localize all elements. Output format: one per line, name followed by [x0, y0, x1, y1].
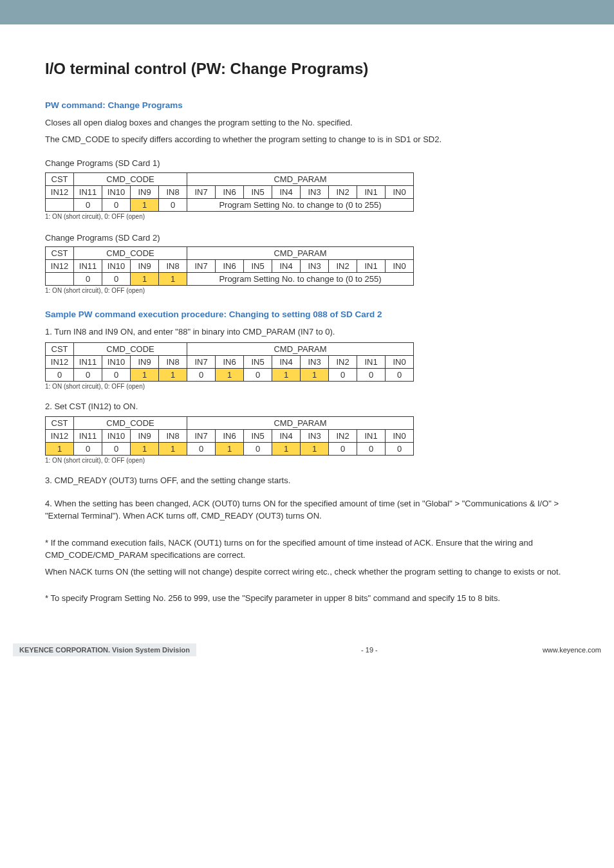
- col-cmd-param: CMD_PARAM: [187, 172, 414, 185]
- cell: IN1: [357, 430, 386, 443]
- page-title: I/O terminal control (PW: Change Program…: [45, 60, 569, 78]
- table-note: 1: ON (short circuit), 0: OFF (open): [45, 383, 569, 390]
- cell: [46, 198, 74, 211]
- cell: 1: [216, 443, 244, 456]
- cell: 0: [102, 273, 131, 286]
- cell: [46, 273, 74, 286]
- cell: IN8: [159, 260, 187, 273]
- cell: IN12: [46, 355, 74, 368]
- step-text: When NACK turns ON (the setting will not…: [45, 566, 569, 578]
- page-number: - 19 -: [361, 646, 378, 654]
- cell: 0: [357, 443, 386, 456]
- col-cst: CST: [46, 417, 74, 430]
- paragraph: The CMD_CODE to specify differs accordin…: [45, 133, 569, 146]
- cell: IN5: [244, 430, 272, 443]
- cell: IN4: [272, 430, 301, 443]
- table-sd-card-1: CST CMD_CODE CMD_PARAM IN12 IN11 IN10 IN…: [45, 172, 414, 212]
- col-cst: CST: [46, 342, 74, 355]
- table-sd-card-2: CST CMD_CODE CMD_PARAM IN12 IN11 IN10 IN…: [45, 246, 414, 286]
- cell: 1: [301, 443, 329, 456]
- footer-company: KEYENCE CORPORATION. Vision System Divis…: [13, 643, 196, 656]
- cell: IN0: [386, 430, 414, 443]
- cell: IN10: [102, 260, 131, 273]
- cell: IN2: [329, 355, 357, 368]
- cell: IN11: [74, 260, 102, 273]
- cell: IN2: [329, 185, 357, 198]
- cell: 0: [74, 368, 102, 381]
- cell: IN7: [187, 260, 216, 273]
- top-banner: [0, 0, 614, 24]
- cell: 1: [159, 368, 187, 381]
- step-text: 2. Set CST (IN12) to ON.: [45, 400, 569, 413]
- cell: IN11: [74, 185, 102, 198]
- cell: 0: [244, 368, 272, 381]
- cell: IN10: [102, 355, 131, 368]
- table-step2: CST CMD_CODE CMD_PARAM IN12 IN11 IN10 IN…: [45, 416, 414, 456]
- cell: IN0: [386, 355, 414, 368]
- cell: IN4: [272, 260, 301, 273]
- step-text: 4. When the setting has been changed, AC…: [45, 497, 569, 522]
- cell: 0: [386, 368, 414, 381]
- cell: 0: [329, 368, 357, 381]
- cell: 0: [357, 368, 386, 381]
- cell: IN7: [187, 430, 216, 443]
- cell: IN6: [216, 355, 244, 368]
- col-cst: CST: [46, 247, 74, 260]
- cell: IN3: [301, 185, 329, 198]
- cell: 1: [159, 443, 187, 456]
- cell: 1: [272, 443, 301, 456]
- cell: Program Setting No. to change to (0 to 2…: [187, 273, 414, 286]
- col-cmd-param: CMD_PARAM: [187, 417, 414, 430]
- col-cmd-code: CMD_CODE: [74, 172, 187, 185]
- cell: 1: [272, 368, 301, 381]
- footer-url: www.keyence.com: [543, 646, 601, 654]
- cell: IN5: [244, 355, 272, 368]
- table-caption: Change Programs (SD Card 1): [45, 157, 569, 170]
- cell: 0: [74, 273, 102, 286]
- cell: IN7: [187, 355, 216, 368]
- table-caption: Change Programs (SD Card 2): [45, 232, 569, 245]
- table-note: 1: ON (short circuit), 0: OFF (open): [45, 213, 569, 220]
- cell: 0: [102, 198, 131, 211]
- cell: IN1: [357, 260, 386, 273]
- cell: 1: [131, 273, 159, 286]
- col-cst: CST: [46, 172, 74, 185]
- cell: 0: [329, 443, 357, 456]
- cell: IN0: [386, 260, 414, 273]
- step-text: 3. CMD_READY (OUT3) turns OFF, and the s…: [45, 474, 569, 487]
- cell: IN8: [159, 185, 187, 198]
- step-text: * To specify Program Setting No. 256 to …: [45, 592, 569, 605]
- cell: 0: [244, 443, 272, 456]
- cell: IN12: [46, 430, 74, 443]
- cell: IN12: [46, 260, 74, 273]
- cell: 1: [301, 368, 329, 381]
- cell: 0: [74, 198, 102, 211]
- cell: IN11: [74, 430, 102, 443]
- cell: IN7: [187, 185, 216, 198]
- cell: IN9: [131, 355, 159, 368]
- col-cmd-code: CMD_CODE: [74, 247, 187, 260]
- cell: 0: [386, 443, 414, 456]
- cell: IN2: [329, 430, 357, 443]
- cell: IN10: [102, 185, 131, 198]
- cell: IN6: [216, 430, 244, 443]
- paragraph: Closes all open dialog boxes and changes…: [45, 116, 569, 129]
- cell: IN9: [131, 430, 159, 443]
- cell: 0: [159, 198, 187, 211]
- cell: 0: [102, 443, 131, 456]
- cell: IN8: [159, 430, 187, 443]
- table-step1: CST CMD_CODE CMD_PARAM IN12 IN11 IN10 IN…: [45, 342, 414, 382]
- cell: 0: [74, 443, 102, 456]
- cell: IN11: [74, 355, 102, 368]
- cell: IN3: [301, 260, 329, 273]
- cell: IN6: [216, 260, 244, 273]
- cell: 0: [187, 443, 216, 456]
- cell: 1: [159, 273, 187, 286]
- section-heading-pw-command: PW command: Change Programs: [45, 100, 569, 110]
- cell: 1: [131, 368, 159, 381]
- cell: IN5: [244, 260, 272, 273]
- cell: 0: [187, 368, 216, 381]
- cell: IN1: [357, 355, 386, 368]
- cell: IN4: [272, 355, 301, 368]
- page-footer: KEYENCE CORPORATION. Vision System Divis…: [0, 643, 614, 676]
